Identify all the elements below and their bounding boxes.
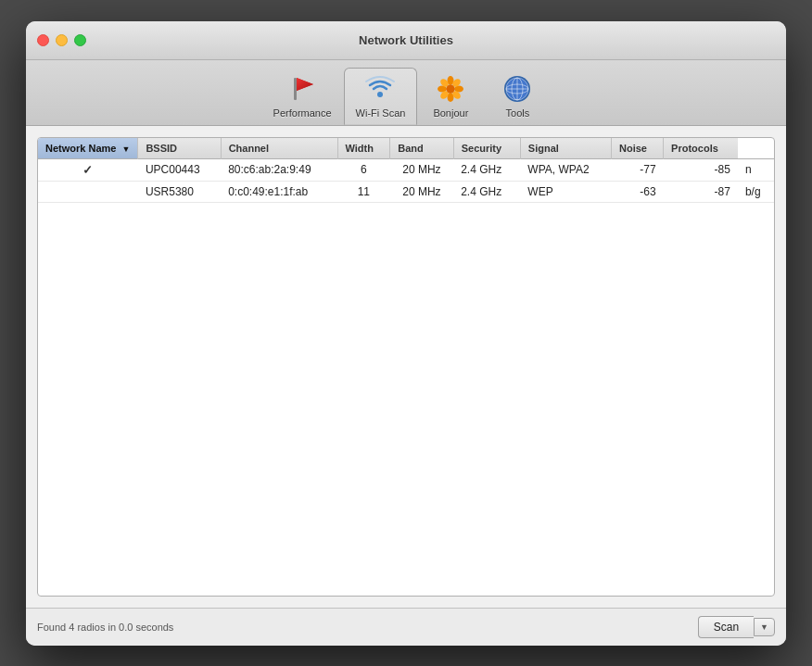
table-body: ✓ UPC00443 80:c6:ab:2a:9:49 6 20 MHz 2.4…	[38, 158, 774, 202]
row-width: 20 MHz	[390, 181, 453, 202]
svg-marker-2	[297, 78, 313, 91]
titlebar: Network Utilities	[26, 21, 786, 60]
row-channel: 6	[337, 158, 390, 181]
toolbar-item-tools[interactable]: Tools	[484, 68, 551, 125]
sort-arrow: ▼	[121, 145, 130, 154]
svg-rect-0	[294, 78, 297, 100]
svg-point-3	[377, 92, 383, 97]
row-signal: -63	[612, 181, 664, 202]
col-header-protocols[interactable]: Protocols	[664, 138, 738, 159]
network-table: Network Name ▼ BSSID Channel Width Band …	[38, 138, 774, 203]
toolbar-item-wifi-scan[interactable]: Wi-Fi Scan	[344, 68, 418, 125]
table-row[interactable]: ✓ UPC00443 80:c6:ab:2a:9:49 6 20 MHz 2.4…	[38, 158, 774, 181]
table-row[interactable]: USR5380 0:c0:49:e1:1f:ab 11 20 MHz 2.4 G…	[38, 181, 774, 202]
toolbar-item-performance[interactable]: Performance	[261, 68, 344, 125]
col-header-channel[interactable]: Channel	[221, 138, 337, 159]
bonjour-icon	[434, 72, 467, 106]
row-noise: -85	[664, 158, 738, 181]
row-band: 2.4 GHz	[453, 158, 520, 181]
row-signal: -77	[612, 158, 664, 181]
main-window: Network Utilities Performa	[26, 21, 786, 646]
statusbar: Found 4 radios in 0.0 seconds Scan ▼	[26, 608, 786, 646]
toolbar: Performance Wi-Fi Scan	[26, 60, 786, 126]
col-header-signal[interactable]: Signal	[520, 138, 611, 159]
col-header-name[interactable]: Network Name ▼	[38, 138, 138, 159]
row-check	[38, 181, 138, 202]
row-channel: 11	[337, 181, 390, 202]
row-width: 20 MHz	[390, 158, 453, 181]
toolbar-label-wifi-scan: Wi-Fi Scan	[356, 107, 406, 119]
col-header-band[interactable]: Band	[390, 138, 453, 159]
row-security: WEP	[520, 181, 611, 202]
col-header-security[interactable]: Security	[453, 138, 520, 159]
content-area: Network Name ▼ BSSID Channel Width Band …	[26, 126, 786, 608]
toolbar-item-bonjour[interactable]: Bonjour	[417, 68, 484, 125]
row-check: ✓	[38, 158, 138, 181]
scan-button-wrapper: Scan ▼	[698, 616, 775, 638]
status-text: Found 4 radios in 0.0 seconds	[37, 622, 173, 633]
network-table-wrapper: Network Name ▼ BSSID Channel Width Band …	[37, 137, 775, 597]
row-security: WPA, WPA2	[520, 158, 611, 181]
row-noise: -87	[664, 181, 738, 202]
minimize-button[interactable]	[56, 34, 68, 46]
row-band: 2.4 GHz	[453, 181, 520, 202]
toolbar-label-bonjour: Bonjour	[433, 107, 468, 119]
col-header-noise[interactable]: Noise	[612, 138, 664, 159]
close-button[interactable]	[37, 34, 49, 46]
col-header-width[interactable]: Width	[337, 138, 390, 159]
row-bssid: 0:c0:49:e1:1f:ab	[221, 181, 337, 202]
flag-icon	[285, 72, 319, 106]
table-header-row: Network Name ▼ BSSID Channel Width Band …	[38, 138, 774, 159]
svg-point-13	[447, 84, 455, 93]
row-protocols: n	[738, 158, 774, 181]
maximize-button[interactable]	[74, 34, 86, 46]
wifi-icon	[363, 72, 397, 106]
row-name: UPC00443	[138, 158, 221, 181]
row-name: USR5380	[138, 181, 221, 202]
row-bssid: 80:c6:ab:2a:9:49	[221, 158, 337, 181]
toolbar-label-tools: Tools	[506, 107, 530, 119]
tools-icon	[501, 72, 534, 106]
scan-button[interactable]: Scan	[698, 616, 754, 638]
col-header-bssid[interactable]: BSSID	[138, 138, 221, 159]
traffic-lights	[37, 34, 86, 46]
toolbar-label-performance: Performance	[273, 107, 332, 119]
scan-dropdown-arrow[interactable]: ▼	[754, 618, 775, 636]
row-protocols: b/g	[738, 181, 774, 202]
window-title: Network Utilities	[359, 33, 453, 47]
